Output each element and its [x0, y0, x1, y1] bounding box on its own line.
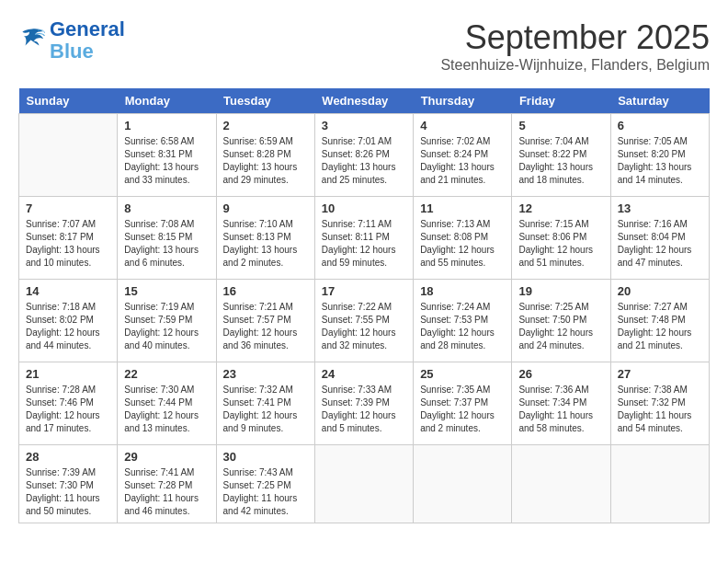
title-block: September 2025 Steenhuize-Wijnhuize, Fla…: [440, 18, 710, 74]
calendar-cell: 18Sunrise: 7:24 AM Sunset: 7:53 PM Dayli…: [414, 280, 512, 362]
calendar-cell: [314, 445, 413, 523]
day-info: Sunrise: 7:41 AM Sunset: 7:28 PM Dayligh…: [124, 466, 209, 518]
weekday-header-saturday: Saturday: [610, 88, 709, 114]
day-info: Sunrise: 7:11 AM Sunset: 8:11 PM Dayligh…: [322, 218, 406, 270]
day-number: 4: [420, 119, 505, 132]
calendar-cell: 21Sunrise: 7:28 AM Sunset: 7:46 PM Dayli…: [19, 362, 118, 445]
calendar-week-3: 14Sunrise: 7:18 AM Sunset: 8:02 PM Dayli…: [19, 280, 710, 362]
day-info: Sunrise: 7:39 AM Sunset: 7:30 PM Dayligh…: [26, 466, 110, 518]
day-info: Sunrise: 7:43 AM Sunset: 7:25 PM Dayligh…: [223, 466, 308, 518]
calendar-cell: 19Sunrise: 7:25 AM Sunset: 7:50 PM Dayli…: [512, 280, 610, 362]
day-number: 1: [124, 119, 209, 132]
day-info: Sunrise: 7:35 AM Sunset: 7:37 PM Dayligh…: [420, 384, 505, 435]
calendar-cell: 16Sunrise: 7:21 AM Sunset: 7:57 PM Dayli…: [216, 280, 314, 362]
day-number: 27: [618, 367, 702, 381]
location-subtitle: Steenhuize-Wijnhuize, Flanders, Belgium: [440, 57, 710, 74]
day-info: Sunrise: 7:01 AM Sunset: 8:26 PM Dayligh…: [322, 135, 406, 187]
calendar-cell: 3Sunrise: 7:01 AM Sunset: 8:26 PM Daylig…: [314, 114, 413, 197]
day-info: Sunrise: 7:38 AM Sunset: 7:32 PM Dayligh…: [618, 384, 702, 435]
calendar-cell: 13Sunrise: 7:16 AM Sunset: 8:04 PM Dayli…: [610, 197, 709, 280]
calendar-cell: 22Sunrise: 7:30 AM Sunset: 7:44 PM Dayli…: [118, 362, 216, 445]
day-info: Sunrise: 7:19 AM Sunset: 7:59 PM Dayligh…: [124, 301, 209, 352]
calendar-cell: [610, 445, 709, 523]
day-info: Sunrise: 7:02 AM Sunset: 8:24 PM Dayligh…: [420, 135, 505, 187]
calendar-cell: 24Sunrise: 7:33 AM Sunset: 7:39 PM Dayli…: [314, 362, 413, 445]
day-info: Sunrise: 7:10 AM Sunset: 8:13 PM Dayligh…: [223, 218, 308, 270]
calendar-cell: 6Sunrise: 7:05 AM Sunset: 8:20 PM Daylig…: [610, 114, 709, 197]
month-title: September 2025: [440, 18, 710, 57]
weekday-header-thursday: Thursday: [414, 88, 512, 114]
weekday-header-monday: Monday: [118, 88, 216, 114]
day-info: Sunrise: 7:07 AM Sunset: 8:17 PM Dayligh…: [26, 218, 110, 270]
day-number: 21: [26, 367, 110, 381]
day-number: 8: [124, 201, 209, 215]
day-info: Sunrise: 7:32 AM Sunset: 7:41 PM Dayligh…: [223, 384, 308, 435]
calendar-week-1: 1Sunrise: 6:58 AM Sunset: 8:31 PM Daylig…: [19, 114, 710, 197]
calendar-cell: 14Sunrise: 7:18 AM Sunset: 8:02 PM Dayli…: [19, 280, 118, 362]
calendar-cell: 10Sunrise: 7:11 AM Sunset: 8:11 PM Dayli…: [314, 197, 413, 280]
day-info: Sunrise: 7:36 AM Sunset: 7:34 PM Dayligh…: [518, 384, 603, 435]
calendar-cell: 28Sunrise: 7:39 AM Sunset: 7:30 PM Dayli…: [19, 445, 118, 523]
calendar-cell: 23Sunrise: 7:32 AM Sunset: 7:41 PM Dayli…: [216, 362, 314, 445]
calendar-cell: 25Sunrise: 7:35 AM Sunset: 7:37 PM Dayli…: [414, 362, 512, 445]
day-info: Sunrise: 7:13 AM Sunset: 8:08 PM Dayligh…: [420, 218, 505, 270]
day-number: 7: [26, 201, 110, 215]
day-number: 9: [223, 201, 308, 215]
weekday-header-wednesday: Wednesday: [314, 88, 413, 114]
logo-icon: [18, 26, 46, 52]
day-info: Sunrise: 7:27 AM Sunset: 7:48 PM Dayligh…: [618, 301, 702, 352]
weekday-header-friday: Friday: [512, 88, 610, 114]
logo: GeneralBlue: [18, 18, 125, 63]
calendar-cell: 9Sunrise: 7:10 AM Sunset: 8:13 PM Daylig…: [216, 197, 314, 280]
day-info: Sunrise: 7:30 AM Sunset: 7:44 PM Dayligh…: [124, 384, 209, 435]
day-number: 11: [420, 201, 505, 215]
day-info: Sunrise: 7:24 AM Sunset: 7:53 PM Dayligh…: [420, 301, 505, 352]
day-info: Sunrise: 7:28 AM Sunset: 7:46 PM Dayligh…: [26, 384, 110, 435]
day-number: 24: [322, 367, 406, 381]
day-info: Sunrise: 6:59 AM Sunset: 8:28 PM Dayligh…: [223, 135, 308, 187]
calendar-cell: 2Sunrise: 6:59 AM Sunset: 8:28 PM Daylig…: [216, 114, 314, 197]
calendar-cell: 29Sunrise: 7:41 AM Sunset: 7:28 PM Dayli…: [118, 445, 216, 523]
day-info: Sunrise: 7:08 AM Sunset: 8:15 PM Dayligh…: [124, 218, 209, 270]
day-number: 26: [518, 367, 603, 381]
calendar-week-5: 28Sunrise: 7:39 AM Sunset: 7:30 PM Dayli…: [19, 445, 710, 523]
logo-text: GeneralBlue: [50, 18, 125, 63]
day-number: 14: [26, 284, 110, 298]
weekday-header-tuesday: Tuesday: [216, 88, 314, 114]
calendar-cell: [414, 445, 512, 523]
calendar-cell: 11Sunrise: 7:13 AM Sunset: 8:08 PM Dayli…: [414, 197, 512, 280]
day-info: Sunrise: 7:05 AM Sunset: 8:20 PM Dayligh…: [618, 135, 702, 187]
calendar-cell: [19, 114, 118, 197]
day-info: Sunrise: 7:22 AM Sunset: 7:55 PM Dayligh…: [322, 301, 406, 352]
day-number: 16: [223, 284, 308, 298]
day-info: Sunrise: 7:33 AM Sunset: 7:39 PM Dayligh…: [322, 384, 406, 435]
day-info: Sunrise: 6:58 AM Sunset: 8:31 PM Dayligh…: [124, 135, 209, 187]
day-number: 10: [322, 201, 406, 215]
day-number: 23: [223, 367, 308, 381]
day-number: 5: [518, 119, 603, 132]
day-number: 12: [518, 201, 603, 215]
day-number: 6: [618, 119, 702, 132]
calendar-cell: 17Sunrise: 7:22 AM Sunset: 7:55 PM Dayli…: [314, 280, 413, 362]
calendar-cell: 12Sunrise: 7:15 AM Sunset: 8:06 PM Dayli…: [512, 197, 610, 280]
day-number: 25: [420, 367, 505, 381]
day-number: 19: [518, 284, 603, 298]
weekday-header-sunday: Sunday: [19, 88, 118, 114]
day-number: 3: [322, 119, 406, 132]
day-number: 20: [618, 284, 702, 298]
day-number: 15: [124, 284, 209, 298]
day-number: 13: [618, 201, 702, 215]
calendar-cell: 30Sunrise: 7:43 AM Sunset: 7:25 PM Dayli…: [216, 445, 314, 523]
day-info: Sunrise: 7:25 AM Sunset: 7:50 PM Dayligh…: [518, 301, 603, 352]
calendar-week-2: 7Sunrise: 7:07 AM Sunset: 8:17 PM Daylig…: [19, 197, 710, 280]
calendar-week-4: 21Sunrise: 7:28 AM Sunset: 7:46 PM Dayli…: [19, 362, 710, 445]
calendar-cell: 15Sunrise: 7:19 AM Sunset: 7:59 PM Dayli…: [118, 280, 216, 362]
day-number: 17: [322, 284, 406, 298]
calendar-table: SundayMondayTuesdayWednesdayThursdayFrid…: [18, 88, 710, 523]
day-number: 18: [420, 284, 505, 298]
calendar-cell: [512, 445, 610, 523]
calendar-cell: 5Sunrise: 7:04 AM Sunset: 8:22 PM Daylig…: [512, 114, 610, 197]
calendar-cell: 1Sunrise: 6:58 AM Sunset: 8:31 PM Daylig…: [118, 114, 216, 197]
day-number: 28: [26, 450, 110, 464]
day-info: Sunrise: 7:21 AM Sunset: 7:57 PM Dayligh…: [223, 301, 308, 352]
